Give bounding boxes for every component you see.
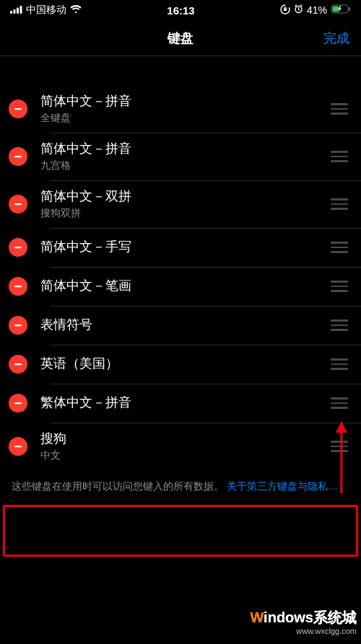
delete-button[interactable] xyxy=(9,147,27,166)
delete-button[interactable] xyxy=(9,100,27,118)
svg-rect-9 xyxy=(349,7,350,11)
nav-bar: 键盘 完成 xyxy=(0,20,361,56)
watermark: Windows系统城 www.wxclgg.com xyxy=(250,609,357,637)
keyboard-list: 简体中文－拼音全键盘简体中文－拼音九宫格简体中文－双拼搜狗双拼简体中文－手写简体… xyxy=(0,85,361,470)
footer-text: 这些键盘在使用时可以访问您键入的所有数据。 xyxy=(12,480,224,492)
orientation-lock-icon xyxy=(280,4,290,17)
row-subtitle: 九宫格 xyxy=(40,159,329,172)
row-title: 表情符号 xyxy=(40,317,329,333)
svg-rect-14 xyxy=(14,286,22,287)
keyboard-row[interactable]: 繁体中文－拼音 xyxy=(0,384,361,423)
svg-rect-1 xyxy=(14,9,16,14)
row-text: 繁体中文－拼音 xyxy=(40,394,329,411)
delete-button[interactable] xyxy=(9,316,27,335)
row-text: 搜狗中文 xyxy=(40,431,329,462)
svg-rect-15 xyxy=(14,325,22,326)
keyboard-row[interactable]: 搜狗中文 xyxy=(0,423,361,470)
row-subtitle: 搜狗双拼 xyxy=(40,207,329,220)
drag-handle-icon[interactable] xyxy=(329,151,349,162)
svg-rect-18 xyxy=(14,446,22,447)
row-text: 简体中文－笔画 xyxy=(40,278,329,294)
privacy-link[interactable]: 关于第三方键盘与隐私… xyxy=(227,480,338,492)
done-button[interactable]: 完成 xyxy=(323,30,349,47)
row-title: 搜狗 xyxy=(40,431,329,447)
status-right: 41% xyxy=(280,4,351,17)
row-text: 简体中文－拼音九宫格 xyxy=(40,141,329,172)
battery-percent: 41% xyxy=(307,4,327,16)
delete-button[interactable] xyxy=(9,394,27,413)
keyboard-row[interactable]: 简体中文－手写 xyxy=(0,228,361,267)
row-title: 简体中文－拼音 xyxy=(40,93,329,110)
row-title: 简体中文－笔画 xyxy=(40,278,329,294)
drag-handle-icon[interactable] xyxy=(329,198,349,210)
row-title: 繁体中文－拼音 xyxy=(40,394,329,411)
svg-rect-8 xyxy=(333,6,339,12)
signal-icon xyxy=(10,4,22,16)
svg-rect-2 xyxy=(17,8,19,14)
row-subtitle: 全键盘 xyxy=(40,112,329,125)
keyboard-row[interactable]: 英语（美国） xyxy=(0,345,361,384)
drag-handle-icon[interactable] xyxy=(329,319,349,331)
row-text: 简体中文－手写 xyxy=(40,239,329,255)
keyboard-row[interactable]: 简体中文－双拼搜狗双拼 xyxy=(0,180,361,228)
svg-rect-12 xyxy=(14,203,22,205)
row-text: 英语（美国） xyxy=(40,356,329,372)
page-title: 键盘 xyxy=(168,30,193,47)
row-subtitle: 中文 xyxy=(40,449,329,462)
annotation-highlight xyxy=(3,505,358,557)
keyboard-row[interactable]: 简体中文－拼音全键盘 xyxy=(0,85,361,133)
footer-note: 这些键盘在使用时可以访问您键入的所有数据。 关于第三方键盘与隐私… xyxy=(0,470,361,493)
row-title: 简体中文－拼音 xyxy=(40,141,329,157)
svg-rect-0 xyxy=(10,11,12,14)
status-left: 中国移动 xyxy=(10,4,82,17)
row-title: 英语（美国） xyxy=(40,356,329,372)
carrier-text: 中国移动 xyxy=(26,4,66,17)
row-text: 表情符号 xyxy=(40,317,329,333)
drag-handle-icon[interactable] xyxy=(329,358,349,370)
svg-rect-5 xyxy=(284,8,287,11)
delete-button[interactable] xyxy=(9,238,27,257)
wifi-icon xyxy=(70,4,82,16)
keyboard-row[interactable]: 简体中文－拼音九宫格 xyxy=(0,133,361,180)
watermark-title: Windows系统城 xyxy=(250,609,357,627)
svg-rect-13 xyxy=(14,247,22,248)
keyboard-row[interactable]: 简体中文－笔画 xyxy=(0,267,361,306)
battery-icon xyxy=(331,4,351,16)
drag-handle-icon[interactable] xyxy=(329,397,349,409)
row-title: 简体中文－双拼 xyxy=(40,188,329,205)
watermark-url: www.wxclgg.com xyxy=(250,627,357,637)
row-title: 简体中文－手写 xyxy=(40,239,329,255)
delete-button[interactable] xyxy=(9,355,27,374)
status-bar: 中国移动 16:13 41% xyxy=(0,0,361,20)
row-text: 简体中文－双拼搜狗双拼 xyxy=(40,188,329,219)
drag-handle-icon[interactable] xyxy=(329,281,349,292)
drag-handle-icon[interactable] xyxy=(329,103,349,115)
status-time: 16:13 xyxy=(167,4,194,17)
drag-handle-icon[interactable] xyxy=(329,242,349,253)
svg-rect-3 xyxy=(20,6,22,14)
delete-button[interactable] xyxy=(9,437,27,456)
delete-button[interactable] xyxy=(9,277,27,296)
keyboard-row[interactable]: 表情符号 xyxy=(0,306,361,345)
svg-rect-17 xyxy=(14,402,22,404)
svg-rect-16 xyxy=(14,363,22,365)
row-text: 简体中文－拼音全键盘 xyxy=(40,93,329,124)
delete-button[interactable] xyxy=(9,195,27,213)
drag-handle-icon[interactable] xyxy=(329,441,349,452)
svg-rect-11 xyxy=(14,156,22,157)
svg-rect-10 xyxy=(14,108,22,110)
alarm-icon xyxy=(294,4,303,16)
